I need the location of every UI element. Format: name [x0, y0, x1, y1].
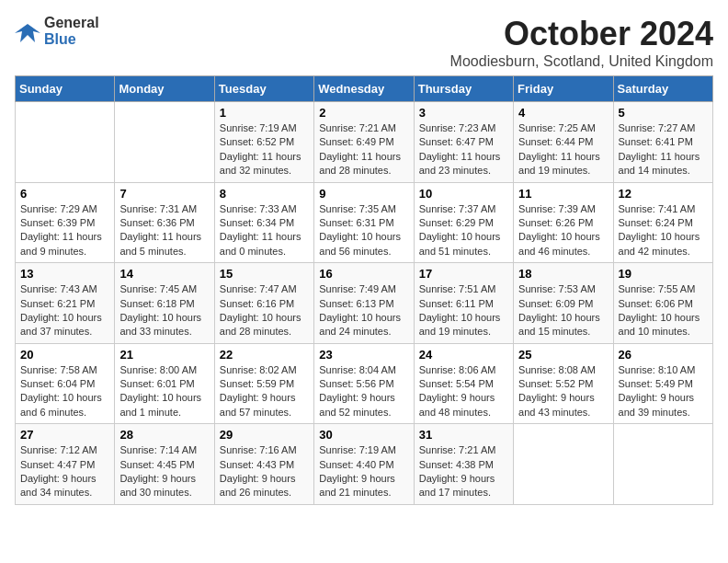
day-number: 4 [518, 106, 608, 120]
day-info: Sunrise: 7:14 AM Sunset: 4:45 PM Dayligh… [119, 443, 209, 500]
week-row-5: 27Sunrise: 7:12 AM Sunset: 4:47 PM Dayli… [16, 424, 713, 505]
header-cell-tuesday: Tuesday [214, 76, 313, 102]
calendar-subtitle: Moodiesburn, Scotland, United Kingdom [450, 53, 713, 70]
day-info: Sunrise: 7:19 AM Sunset: 4:40 PM Dayligh… [319, 443, 408, 500]
day-info: Sunrise: 7:58 AM Sunset: 6:04 PM Dayligh… [20, 363, 109, 420]
day-number: 1 [220, 106, 309, 120]
calendar-header: SundayMondayTuesdayWednesdayThursdayFrid… [16, 76, 713, 102]
svg-marker-0 [15, 24, 40, 42]
day-info: Sunrise: 8:06 AM Sunset: 5:54 PM Dayligh… [419, 363, 508, 420]
header: General Blue October 2024 Moodiesburn, S… [15, 15, 713, 70]
day-number: 31 [419, 428, 508, 442]
calendar-title: October 2024 [450, 15, 713, 53]
day-number: 16 [319, 267, 408, 281]
day-number: 13 [20, 267, 109, 281]
day-cell: 30Sunrise: 7:19 AM Sunset: 4:40 PM Dayli… [314, 424, 414, 505]
day-number: 14 [119, 267, 209, 281]
day-cell: 21Sunrise: 8:00 AM Sunset: 6:01 PM Dayli… [115, 343, 214, 424]
day-number: 7 [119, 187, 209, 201]
day-cell: 12Sunrise: 7:41 AM Sunset: 6:24 PM Dayli… [613, 182, 712, 263]
day-cell [514, 424, 613, 505]
day-cell: 1Sunrise: 7:19 AM Sunset: 6:52 PM Daylig… [214, 102, 313, 183]
day-cell: 24Sunrise: 8:06 AM Sunset: 5:54 PM Dayli… [414, 343, 513, 424]
day-cell: 4Sunrise: 7:25 AM Sunset: 6:44 PM Daylig… [514, 102, 613, 183]
day-cell: 9Sunrise: 7:35 AM Sunset: 6:31 PM Daylig… [314, 182, 414, 263]
day-cell: 3Sunrise: 7:23 AM Sunset: 6:47 PM Daylig… [414, 102, 513, 183]
logo-bird-icon [15, 20, 40, 42]
calendar-body: 1Sunrise: 7:19 AM Sunset: 6:52 PM Daylig… [16, 102, 713, 505]
day-info: Sunrise: 8:00 AM Sunset: 6:01 PM Dayligh… [119, 363, 209, 420]
day-cell [115, 102, 214, 183]
day-cell: 14Sunrise: 7:45 AM Sunset: 6:18 PM Dayli… [115, 263, 214, 344]
day-info: Sunrise: 8:10 AM Sunset: 5:49 PM Dayligh… [619, 363, 708, 420]
day-cell: 16Sunrise: 7:49 AM Sunset: 6:13 PM Dayli… [314, 263, 414, 344]
day-info: Sunrise: 8:02 AM Sunset: 5:59 PM Dayligh… [220, 363, 309, 420]
day-info: Sunrise: 7:12 AM Sunset: 4:47 PM Dayligh… [20, 443, 109, 500]
day-info: Sunrise: 7:51 AM Sunset: 6:11 PM Dayligh… [419, 282, 508, 339]
header-cell-wednesday: Wednesday [314, 76, 414, 102]
day-info: Sunrise: 7:35 AM Sunset: 6:31 PM Dayligh… [319, 202, 408, 259]
day-number: 10 [419, 187, 508, 201]
day-number: 17 [419, 267, 508, 281]
day-info: Sunrise: 7:27 AM Sunset: 6:41 PM Dayligh… [619, 121, 708, 178]
day-cell: 11Sunrise: 7:39 AM Sunset: 6:26 PM Dayli… [514, 182, 613, 263]
calendar-table: SundayMondayTuesdayWednesdayThursdayFrid… [15, 75, 713, 505]
day-cell: 6Sunrise: 7:29 AM Sunset: 6:39 PM Daylig… [16, 182, 115, 263]
week-row-4: 20Sunrise: 7:58 AM Sunset: 6:04 PM Dayli… [16, 343, 713, 424]
day-cell: 23Sunrise: 8:04 AM Sunset: 5:56 PM Dayli… [314, 343, 414, 424]
week-row-1: 1Sunrise: 7:19 AM Sunset: 6:52 PM Daylig… [16, 102, 713, 183]
day-cell: 28Sunrise: 7:14 AM Sunset: 4:45 PM Dayli… [115, 424, 214, 505]
day-cell: 20Sunrise: 7:58 AM Sunset: 6:04 PM Dayli… [16, 343, 115, 424]
day-info: Sunrise: 7:31 AM Sunset: 6:36 PM Dayligh… [119, 202, 209, 259]
day-cell: 29Sunrise: 7:16 AM Sunset: 4:43 PM Dayli… [214, 424, 313, 505]
day-info: Sunrise: 7:53 AM Sunset: 6:09 PM Dayligh… [518, 282, 608, 339]
day-cell [16, 102, 115, 183]
day-cell: 10Sunrise: 7:37 AM Sunset: 6:29 PM Dayli… [414, 182, 513, 263]
day-cell [613, 424, 712, 505]
day-number: 30 [319, 428, 408, 442]
day-number: 11 [518, 187, 608, 201]
day-info: Sunrise: 7:41 AM Sunset: 6:24 PM Dayligh… [619, 202, 708, 259]
day-info: Sunrise: 8:08 AM Sunset: 5:52 PM Dayligh… [518, 363, 608, 420]
header-cell-saturday: Saturday [613, 76, 712, 102]
day-number: 2 [319, 106, 408, 120]
day-cell: 25Sunrise: 8:08 AM Sunset: 5:52 PM Dayli… [514, 343, 613, 424]
day-info: Sunrise: 7:29 AM Sunset: 6:39 PM Dayligh… [20, 202, 109, 259]
title-area: October 2024 Moodiesburn, Scotland, Unit… [450, 15, 713, 70]
day-cell: 26Sunrise: 8:10 AM Sunset: 5:49 PM Dayli… [613, 343, 712, 424]
day-number: 24 [419, 348, 508, 362]
day-number: 9 [319, 187, 408, 201]
day-number: 6 [20, 187, 109, 201]
day-info: Sunrise: 7:16 AM Sunset: 4:43 PM Dayligh… [220, 443, 309, 500]
day-info: Sunrise: 7:45 AM Sunset: 6:18 PM Dayligh… [119, 282, 209, 339]
day-number: 8 [220, 187, 309, 201]
day-number: 3 [419, 106, 508, 120]
day-info: Sunrise: 7:47 AM Sunset: 6:16 PM Dayligh… [220, 282, 309, 339]
day-number: 28 [119, 428, 209, 442]
day-number: 12 [619, 187, 708, 201]
week-row-3: 13Sunrise: 7:43 AM Sunset: 6:21 PM Dayli… [16, 263, 713, 344]
day-cell: 5Sunrise: 7:27 AM Sunset: 6:41 PM Daylig… [613, 102, 712, 183]
day-info: Sunrise: 7:25 AM Sunset: 6:44 PM Dayligh… [518, 121, 608, 178]
day-cell: 8Sunrise: 7:33 AM Sunset: 6:34 PM Daylig… [214, 182, 313, 263]
header-cell-sunday: Sunday [16, 76, 115, 102]
day-info: Sunrise: 7:21 AM Sunset: 4:38 PM Dayligh… [419, 443, 508, 500]
day-number: 27 [20, 428, 109, 442]
day-cell: 7Sunrise: 7:31 AM Sunset: 6:36 PM Daylig… [115, 182, 214, 263]
day-number: 29 [220, 428, 309, 442]
day-cell: 18Sunrise: 7:53 AM Sunset: 6:09 PM Dayli… [514, 263, 613, 344]
day-info: Sunrise: 7:55 AM Sunset: 6:06 PM Dayligh… [619, 282, 708, 339]
day-number: 22 [220, 348, 309, 362]
header-cell-friday: Friday [514, 76, 613, 102]
day-cell: 22Sunrise: 8:02 AM Sunset: 5:59 PM Dayli… [214, 343, 313, 424]
day-number: 21 [119, 348, 209, 362]
day-cell: 17Sunrise: 7:51 AM Sunset: 6:11 PM Dayli… [414, 263, 513, 344]
logo-blue-text: Blue [44, 31, 76, 47]
day-number: 15 [220, 267, 309, 281]
day-cell: 19Sunrise: 7:55 AM Sunset: 6:06 PM Dayli… [613, 263, 712, 344]
day-cell: 27Sunrise: 7:12 AM Sunset: 4:47 PM Dayli… [16, 424, 115, 505]
header-cell-monday: Monday [115, 76, 214, 102]
logo-general-text: General [44, 15, 99, 30]
day-cell: 2Sunrise: 7:21 AM Sunset: 6:49 PM Daylig… [314, 102, 414, 183]
day-cell: 15Sunrise: 7:47 AM Sunset: 6:16 PM Dayli… [214, 263, 313, 344]
